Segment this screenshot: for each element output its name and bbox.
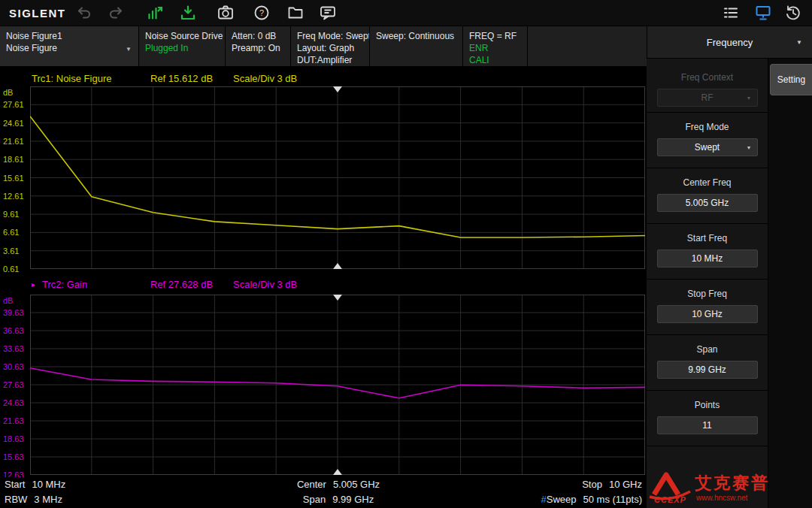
accexp-logo-text: CCEXP (654, 495, 686, 504)
center-freq-label: Center Freq (647, 174, 768, 191)
freq-ref-status: FREQ = RF ENR CALI (463, 26, 528, 66)
measurement-name: Noise Figure (6, 42, 138, 54)
footer-start: Start10 MHz (5, 477, 65, 492)
network-button[interactable] (754, 4, 772, 22)
trace1-header: Trc1: Noise Figure Ref 15.612 dB Scale/D… (30, 73, 645, 85)
chevron-down-icon: ▼ (796, 26, 802, 59)
active-trace-indicator: ▸ (32, 280, 35, 289)
svg-text:?: ? (259, 8, 264, 17)
dut-state: DUT:Amplifier (297, 54, 369, 66)
menu-title-label: Frequency (707, 37, 753, 48)
source-drive-button[interactable] (179, 4, 197, 22)
span-field[interactable]: 9.99 GHz (657, 361, 758, 379)
y-axis-unit: dB (3, 87, 29, 98)
channel-name: Noise Figure1 (6, 30, 138, 42)
y-tick-label: 27.61 (3, 99, 29, 110)
footer-readout: Start10 MHz Center5.005 GHz Stop10 GHz R… (0, 477, 647, 508)
noise-source-status: Noise Source Drive Plugged In (139, 26, 226, 66)
y-tick-label: 30.63 (3, 361, 29, 372)
y-tick-label: 18.63 (3, 434, 29, 444)
menu-group-points: Points 11 (647, 397, 768, 446)
preamp-state: Preamp: On (232, 42, 290, 54)
trace1-y-axis: dB27.6124.6121.6118.6115.6112.619.616.61… (3, 86, 29, 269)
noise-figure-analyzer-screen: SIGLENT ? (0, 0, 812, 508)
status-bar: Noise Figure1 Noise Figure ▼ Noise Sourc… (0, 26, 647, 66)
help-button[interactable]: ? (253, 4, 271, 22)
points-field[interactable]: 11 (657, 416, 758, 434)
freq-context-value: RF▼ (657, 89, 758, 107)
start-freq-label: Start Freq (647, 230, 768, 246)
undo-icon (75, 4, 93, 22)
footer-rbw: RBW3 MHz (5, 492, 62, 507)
menu-list-icon (722, 4, 740, 22)
file-button[interactable] (286, 4, 304, 22)
sweep-state: Sweep: Continuous (376, 30, 462, 42)
span-value: 9.99 GHz (688, 364, 726, 375)
trace2-ref: Ref 27.628 dB (150, 279, 213, 290)
undo-button[interactable] (75, 4, 93, 22)
source-drive-icon (179, 4, 197, 22)
folder-icon (286, 4, 304, 22)
span-label: Span (647, 341, 768, 358)
y-tick-label: 18.61 (3, 154, 29, 165)
center-freq-value: 5.005 GHz (686, 198, 729, 208)
y-tick-label: 15.63 (3, 452, 29, 462)
trace1-title: Trc1: Noise Figure (32, 73, 111, 84)
menu-group-span: Span 9.99 GHz (647, 341, 768, 391)
y-tick-label: 21.61 (3, 136, 29, 147)
noise-source-button[interactable] (146, 4, 164, 22)
freq-ref-state: FREQ = RF (469, 30, 527, 42)
noise-source-icon (146, 4, 164, 22)
footer-span: Span9.99 GHz (303, 492, 374, 507)
y-tick-label: 9.61 (3, 209, 29, 219)
message-button[interactable] (319, 4, 337, 22)
y-tick-label: 24.61 (3, 118, 29, 129)
y-tick-label: 0.61 (3, 264, 29, 274)
message-icon (319, 4, 337, 22)
trace1-ref: Ref 15.612 dB (150, 73, 213, 84)
vendor-watermark: CCEXP 艾克赛普 www.hncsw.net (648, 472, 809, 506)
measurement-selector[interactable]: Noise Figure1 Noise Figure ▼ (0, 26, 139, 66)
brand-logo: SIGLENT (9, 0, 66, 26)
noise-source-state: Plugged In (145, 42, 225, 54)
sweep-status: Sweep: Continuous (370, 26, 463, 66)
menu-column: Freq Context RF▼ Freq Mode Swept▼ Center… (647, 59, 768, 508)
trace1-plot (30, 86, 645, 269)
menu-group-freq-mode: Freq Mode Swept▼ (647, 119, 768, 168)
history-icon (784, 4, 802, 22)
trace1-scale: Scale/Div 3 dB (233, 73, 297, 84)
center-freq-field[interactable]: 5.005 GHz (657, 194, 758, 212)
start-freq-field[interactable]: 10 MHz (657, 249, 758, 268)
vendor-name-cn: 艾克赛普 (695, 472, 770, 494)
status-filler (528, 26, 647, 66)
stop-freq-field[interactable]: 10 GHz (657, 305, 758, 323)
y-tick-label: 24.63 (3, 398, 29, 408)
freq-context-text: RF (701, 92, 714, 103)
trace2-scale: Scale/Div 3 dB (233, 279, 297, 290)
footer-sweep: #Sweep50 ms (11pts) (541, 492, 643, 507)
stop-freq-value: 10 GHz (692, 309, 723, 319)
menu-list-button[interactable] (722, 4, 740, 22)
menu-title-frequency[interactable]: Frequency ▼ (647, 26, 812, 59)
footer-center: Center5.005 GHz (297, 477, 380, 492)
menu-group-center-freq: Center Freq 5.005 GHz (647, 174, 768, 224)
freq-mode-dropdown[interactable]: Swept▼ (657, 138, 758, 156)
y-tick-label: 36.63 (3, 325, 29, 336)
mode-status: Freq Mode: Swept Layout: Graph DUT:Ampli… (291, 26, 370, 66)
vendor-url: www.hncsw.net (696, 494, 747, 502)
history-button[interactable] (784, 4, 802, 22)
y-tick-label: 15.61 (3, 173, 29, 183)
y-tick-label: 6.61 (3, 227, 29, 237)
y-axis-unit: dB (3, 295, 29, 306)
stop-freq-label: Stop Freq (647, 286, 768, 302)
y-tick-label: 21.63 (3, 416, 29, 426)
redo-button[interactable] (107, 4, 125, 22)
tab-setting[interactable]: Setting (770, 64, 812, 95)
trace2-plot (30, 295, 645, 475)
freq-mode-value: Swept (695, 142, 720, 153)
chevron-down-icon: ▼ (747, 140, 752, 156)
trace2-header: ▸ Trc2: Gain Ref 27.628 dB Scale/Div 3 d… (30, 279, 645, 291)
menu-group-start-freq: Start Freq 10 MHz (647, 230, 768, 280)
network-icon (754, 4, 772, 22)
screenshot-button[interactable] (217, 4, 235, 22)
